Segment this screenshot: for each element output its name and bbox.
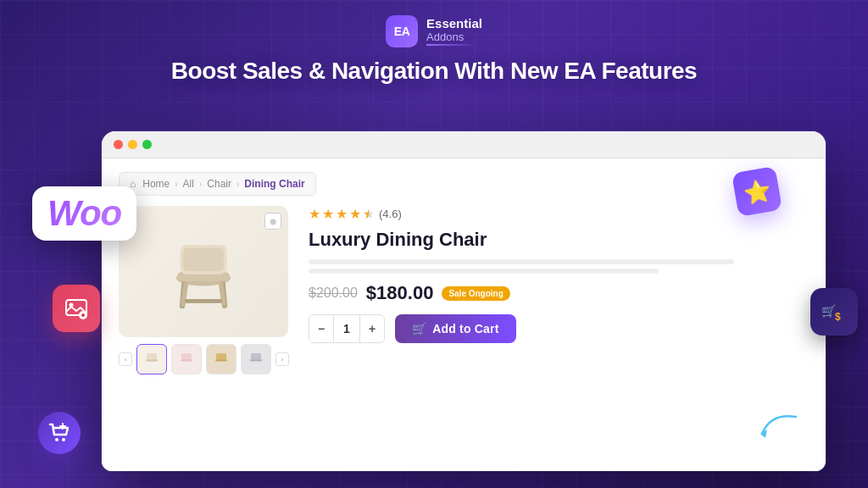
woo-badge: Woo [32,186,136,241]
product-image-area: ⊕ [119,206,288,461]
browser-minimize-dot[interactable] [128,140,137,149]
browser-maximize-dot[interactable] [142,140,152,149]
svg-rect-16 [251,353,261,360]
breadcrumb-sep-1: › [175,180,177,189]
image-icon-svg [64,297,88,320]
cart-button-icon: 🛒 [412,322,426,336]
thumbnail-4[interactable] [241,344,271,374]
sale-price: $180.00 [366,282,434,304]
thumb-next-button[interactable]: › [275,352,289,366]
breadcrumb-home[interactable]: Home [142,178,170,190]
image-icon-badge [53,285,100,332]
breadcrumb-sep-3: › [236,180,239,189]
svg-rect-8 [185,299,222,303]
product-layout: ⊕ [119,206,809,461]
desc-line-2 [309,269,659,274]
quantity-control: − 1 + [309,314,385,343]
zoom-icon[interactable]: ⊕ [264,213,281,230]
star-4: ★ [349,206,361,222]
desc-line-1 [309,259,734,264]
star-rating: ★ ★ ★ ★ ★★ [309,206,375,222]
svg-rect-12 [181,353,192,360]
product-main-image: ⊕ [119,206,288,337]
browser-close-dot[interactable] [114,140,123,149]
browser-toolbar [102,131,826,158]
cart-dollar-badge: 🛒 $ [810,288,858,336]
bottom-cart-badge [38,412,81,454]
logo-brand-name: Essential [426,17,482,31]
bottom-cart-icon [47,421,71,445]
thumbnails-row: ‹ › [119,344,288,374]
arrow-annotation [754,408,804,446]
browser-window: ⌂ Home › All › Chair › Dining Chair ⊕ [102,131,826,471]
quantity-decrease-button[interactable]: − [309,315,333,342]
star-3: ★ [336,206,348,222]
star-float-badge: ⭐ [732,166,782,217]
breadcrumb-chair[interactable]: Chair [207,178,231,190]
svg-rect-3 [183,247,224,271]
cart-dollar-icon: 🛒 $ [821,298,848,325]
woo-text: Woo [47,193,121,233]
arrow-svg [754,408,804,442]
quantity-increase-button[interactable]: + [360,315,384,342]
svg-rect-14 [216,353,226,360]
description-placeholder [309,259,809,274]
browser-content-area: ⌂ Home › All › Chair › Dining Chair ⊕ [102,158,826,471]
add-to-cart-label: Add to Cart [432,322,498,336]
star-2: ★ [322,206,334,222]
star-1: ★ [309,206,320,222]
thumbnail-3[interactable] [206,344,236,374]
chair-svg [157,225,250,319]
thumb-prev-button[interactable]: ‹ [119,352,132,366]
rating-count: (4.6) [379,208,402,220]
breadcrumb-sep-2: › [199,180,202,189]
rating-row: ★ ★ ★ ★ ★★ (4.6) [309,206,809,222]
logo-text-group: Essential Addons [426,17,482,46]
breadcrumb: ⌂ Home › All › Chair › Dining Chair [119,172,316,196]
add-to-cart-button[interactable]: 🛒 Add to Cart [395,314,516,343]
ea-logo-badge: EA [386,15,418,47]
svg-point-24 [55,438,58,441]
hero-title: Boost Sales & Navigation With New EA Fea… [0,58,868,85]
product-title: Luxury Dining Chair [309,229,809,251]
star-float-icon: ⭐ [742,176,773,207]
sale-badge: Sale Ongoing [442,286,509,301]
breadcrumb-all[interactable]: All [183,178,194,190]
thumbnail-1[interactable] [136,344,167,374]
svg-text:$: $ [835,311,841,323]
star-5: ★★ [363,206,375,222]
breadcrumb-active: Dining Chair [244,178,304,190]
logo-brand-sub: Addons [426,31,482,43]
product-info-panel: ★ ★ ★ ★ ★★ (4.6) Luxury Dining Chair [309,206,809,461]
thumbnail-2[interactable] [171,344,202,374]
logo-underline [426,44,477,46]
quantity-value: 1 [333,315,360,342]
cart-row: − 1 + 🛒 Add to Cart [309,314,809,343]
svg-point-25 [62,438,65,441]
top-logo-area: EA Essential Addons [0,0,868,47]
price-row: $200.00 $180.00 Sale Ongoing [309,282,809,304]
svg-rect-10 [147,353,157,360]
original-price: $200.00 [309,286,358,301]
